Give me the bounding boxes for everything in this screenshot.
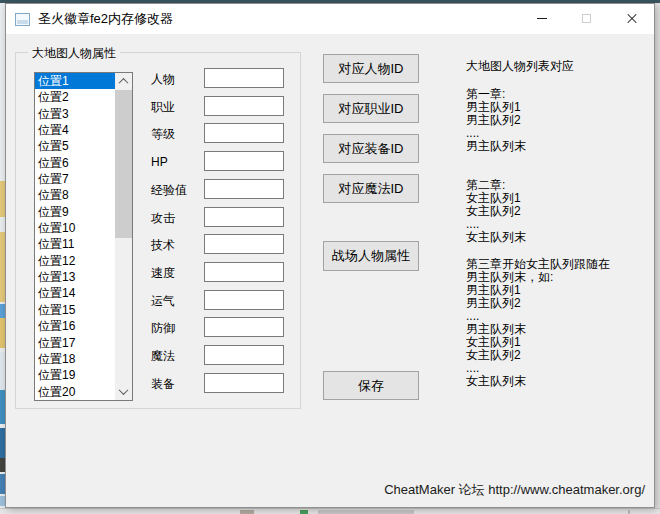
minimize-icon <box>537 18 547 19</box>
maximize-icon <box>582 14 591 23</box>
field-input[interactable] <box>204 179 284 199</box>
window-title: 圣火徽章fe2内存修改器 <box>38 10 173 28</box>
field-input[interactable] <box>204 234 284 254</box>
id-button[interactable]: 对应装备ID <box>323 134 419 163</box>
field-input[interactable] <box>204 290 284 310</box>
info-line: 女主队列末 <box>466 375 610 388</box>
app-window: 圣火徽章fe2内存修改器 大地图人物属性 位置1位置2位置3位置4位置5位置6位… <box>5 3 655 508</box>
taskbar-icon-sliver <box>300 510 308 514</box>
list-item[interactable]: 位置8 <box>35 187 115 203</box>
field-row: 防御 <box>151 317 291 339</box>
field-input[interactable] <box>204 345 284 365</box>
field-label: HP <box>151 151 168 173</box>
list-item[interactable]: 位置20 <box>35 384 115 400</box>
field-label: 人物 <box>151 68 175 90</box>
field-input[interactable] <box>204 96 284 116</box>
field-input[interactable] <box>204 151 284 171</box>
field-row: 速度 <box>151 262 291 284</box>
close-button[interactable] <box>609 4 654 33</box>
field-label: 经验值 <box>151 179 187 201</box>
list-item[interactable]: 位置3 <box>35 106 115 122</box>
save-button[interactable]: 保存 <box>323 371 419 400</box>
taskbar-icon-sliver <box>318 510 414 514</box>
close-icon <box>626 13 638 25</box>
taskbar-icon-sliver <box>240 510 254 514</box>
info-line: 男主队列末 <box>466 140 526 153</box>
info-section: 第二章:女主队列1女主队列2....女主队列末 <box>466 179 526 244</box>
field-label: 等级 <box>151 123 175 145</box>
list-item[interactable]: 位置17 <box>35 335 115 351</box>
id-button[interactable]: 对应职业ID <box>323 94 419 123</box>
list-item[interactable]: 位置12 <box>35 253 115 269</box>
scroll-down-button[interactable] <box>115 383 132 400</box>
info-section: 第三章开始女主队列跟随在男主队列末，如:男主队列1男主队列2....男主队列末女… <box>466 258 610 388</box>
id-button[interactable]: 对应人物ID <box>323 54 419 83</box>
credit-text: CheatMaker 论坛 http://www.cheatmaker.org/ <box>384 481 645 499</box>
taskbar[interactable] <box>0 508 660 514</box>
field-row: 魔法 <box>151 345 291 367</box>
field-label: 装备 <box>151 373 175 395</box>
taskbar-divider <box>628 510 630 514</box>
list-item[interactable]: 位置2 <box>35 89 115 105</box>
desktop-edge <box>655 3 660 508</box>
chevron-up-icon <box>119 78 129 88</box>
groupbox-label: 大地图人物属性 <box>28 45 120 62</box>
field-row: 经验值 <box>151 179 291 201</box>
field-row: 职业 <box>151 96 291 118</box>
list-item[interactable]: 位置16 <box>35 318 115 334</box>
field-label: 魔法 <box>151 345 175 367</box>
field-label: 防御 <box>151 317 175 339</box>
list-item[interactable]: 位置7 <box>35 171 115 187</box>
desktop: 圣火徽章fe2内存修改器 大地图人物属性 位置1位置2位置3位置4位置5位置6位… <box>0 0 660 514</box>
maximize-button-disabled <box>564 4 609 33</box>
field-row: 运气 <box>151 290 291 312</box>
field-input[interactable] <box>204 317 284 337</box>
list-item[interactable]: 位置4 <box>35 122 115 138</box>
id-buttons: 对应人物ID对应职业ID对应装备ID对应魔法ID <box>323 4 419 214</box>
field-label: 攻击 <box>151 207 175 229</box>
scrollbar-thumb[interactable] <box>115 90 132 238</box>
minimize-button[interactable] <box>519 4 564 33</box>
field-row: 人物 <box>151 68 291 90</box>
list-item[interactable]: 位置18 <box>35 351 115 367</box>
list-item[interactable]: 位置9 <box>35 204 115 220</box>
list-item[interactable]: 位置6 <box>35 155 115 171</box>
list-item[interactable]: 位置14 <box>35 285 115 301</box>
list-item[interactable]: 位置11 <box>35 236 115 252</box>
field-label: 速度 <box>151 262 175 284</box>
list-item[interactable]: 位置5 <box>35 138 115 154</box>
field-row: 装备 <box>151 373 291 395</box>
info-section: 第一章:男主队列1男主队列2....男主队列末 <box>466 88 526 153</box>
field-input[interactable] <box>204 207 284 227</box>
position-listbox: 位置1位置2位置3位置4位置5位置6位置7位置8位置9位置10位置11位置12位… <box>34 72 133 401</box>
chevron-down-icon <box>119 385 129 395</box>
position-list: 位置1位置2位置3位置4位置5位置6位置7位置8位置9位置10位置11位置12位… <box>35 73 115 400</box>
field-input[interactable] <box>204 373 284 393</box>
field-row: 攻击 <box>151 207 291 229</box>
scroll-up-button[interactable] <box>115 73 132 90</box>
field-input[interactable] <box>204 123 284 143</box>
list-item[interactable]: 位置13 <box>35 269 115 285</box>
list-item[interactable]: 位置19 <box>35 367 115 383</box>
info-line: 女主队列末 <box>466 231 526 244</box>
window-icon[interactable] <box>15 13 30 26</box>
field-row: 技术 <box>151 234 291 256</box>
field-label: 职业 <box>151 96 175 118</box>
field-label: 技术 <box>151 234 175 256</box>
field-row: 等级 <box>151 123 291 145</box>
field-input[interactable] <box>204 68 284 88</box>
info-line: 女主队列2 <box>466 349 610 362</box>
field-row: HP <box>151 151 291 173</box>
list-item[interactable]: 位置10 <box>35 220 115 236</box>
field-label: 运气 <box>151 290 175 312</box>
field-input[interactable] <box>204 262 284 282</box>
info-line: 男主队列2 <box>466 297 610 310</box>
listbox-scrollbar[interactable] <box>115 73 132 400</box>
id-button[interactable]: 对应魔法ID <box>323 174 419 203</box>
list-item[interactable]: 位置15 <box>35 302 115 318</box>
list-item[interactable]: 位置1 <box>35 73 115 89</box>
battle-attrs-button[interactable]: 战场人物属性 <box>323 241 419 271</box>
info-heading: 大地图人物列表对应 <box>466 58 574 75</box>
